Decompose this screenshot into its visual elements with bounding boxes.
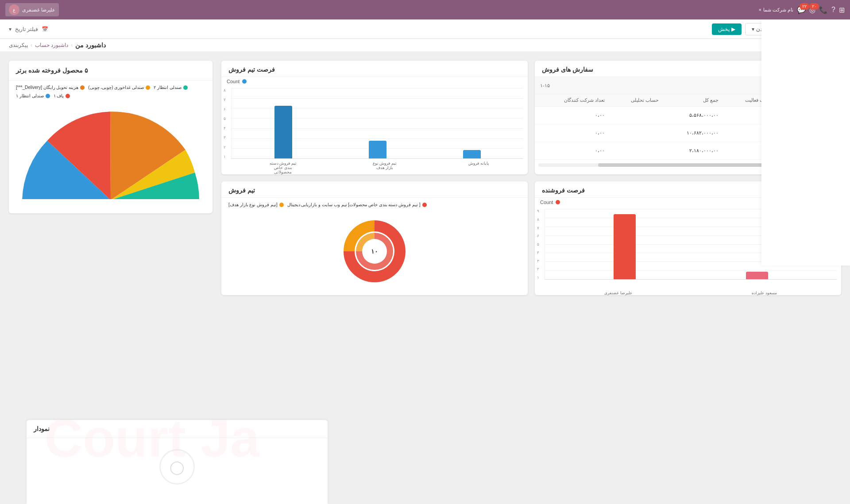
cell-account [608, 124, 662, 142]
breadcrumb-dashboard[interactable]: داشبورد حساب [35, 42, 68, 48]
cell-count: ۰،۰۰ [535, 142, 608, 160]
breadcrumb-separator2: › [31, 42, 32, 48]
phone-icon[interactable]: 📞 [819, 6, 828, 14]
sales-donut-widget: تیم فروش [ تیم فروش دسته بندی خاص محصولا… [221, 181, 528, 295]
sales-team-widget-header: فرصت تیم فروش [221, 61, 528, 77]
secondary-toolbar: ✏ ویرایش طرح بندی افزودن ▾ ▶ پخش 📅 فیلتر… [0, 19, 850, 39]
seller-x-label-2: علیرضا غضنفری [604, 291, 632, 295]
chart-legend: Count [221, 77, 528, 86]
legend-dot-1 [422, 203, 427, 207]
x-axis-labels: پایانه فروش تیم فروش نوع بازار هدف تیم ف… [231, 161, 523, 174]
x-label-2: تیم فروش نوع بازار هدف [369, 161, 400, 174]
bar-chart-area: ۸۷۶۵۴۳۲۱ [221, 86, 528, 174]
x-label-1: پایانه فروش [468, 161, 489, 174]
seller-legend-dot [556, 200, 560, 204]
company-name: نام شرکت شما [763, 7, 793, 13]
placeholder-icon: ◯ [159, 449, 195, 485]
legend-dot-product-4 [66, 94, 70, 98]
page-title: داشبورد من [75, 42, 106, 49]
seller-x-labels: مسعود علیزاده علیرضا غضنفری [545, 291, 837, 295]
products-legend: صندلی انتظار ۲ صندلی غذاخوری (چوبی، چوبی… [9, 81, 212, 103]
legend-label-product-2: صندلی غذاخوری (چوبی، چوبی) [88, 85, 144, 90]
legend-item-product-3: هزینه تحویل رایگان [Delivery_***] [16, 85, 85, 90]
main-content: سفارش های فروش ‹ › ۱-۱۵ آخرین ویرایش در … [0, 52, 850, 304]
activity-badge: ۲۰ [809, 3, 819, 10]
cell-count: ۰،۰۰ [535, 124, 608, 142]
bottom-left-panel: نمودار ◯ [27, 420, 328, 504]
legend-label-product-1: صندلی انتظار ۲ [154, 85, 182, 90]
legend-dot-2 [279, 203, 284, 207]
bar-2 [369, 141, 386, 158]
chevron-down-icon: ▾ [752, 26, 754, 32]
apps-grid-icon[interactable]: ⊞ [839, 6, 845, 14]
close-company-icon[interactable]: × [759, 7, 761, 12]
seller-legend-label: Count [540, 200, 553, 205]
breadcrumb-current: پیکربندی [9, 42, 28, 48]
breadcrumb: داشبورد من › داشبورد حساب › پیکربندی [0, 39, 850, 52]
cell-total: ۵،۵۶۸،۰۰۰،۰۰ [662, 107, 722, 124]
navbar: ⊞ ? 📞 ◎ ۲۰ 💬 ۲۲ نام شرکت شما × علیرضا غض… [0, 0, 850, 19]
cell-total: ۲،۱۸۰،۰۰۰،۰۰ [662, 142, 722, 160]
donut-chart: ۱۰ [339, 216, 410, 287]
sales-team-widget-title: فرصت تیم فروش [228, 66, 275, 73]
filter-area: 📅 فیلتر تاریخ ▾ [9, 26, 48, 32]
pie-chart-container [9, 103, 212, 213]
legend-dot-product-2 [146, 85, 150, 90]
bottom-panel-title: نمودار [34, 425, 50, 432]
legend-label-2: [تیم فروش نوع بازار هدف] [228, 202, 278, 207]
bar-group-3: ۶ [274, 88, 292, 158]
right-panel: ۵ محصول فروخته شده برتر صندلی انتظار ۲ ص… [9, 61, 212, 295]
user-menu[interactable]: علیرضا غضنفری ع [5, 3, 59, 16]
bars-container: ۱ ۲ ۶ [232, 88, 523, 158]
y-axis: ۸۷۶۵۴۳۲۱ [224, 88, 226, 159]
user-avatar: ع [9, 4, 19, 15]
broadcast-button[interactable]: ▶ پخش [712, 23, 742, 35]
top-products-widget: ۵ محصول فروخته شده برتر صندلی انتظار ۲ ص… [9, 61, 212, 213]
filter-dropdown-icon[interactable]: ▾ [9, 26, 12, 32]
bottom-panel-header: نمودار [27, 420, 328, 438]
legend-item-product-5: صندلی انتظار ۱ [16, 93, 50, 98]
chart-grid: ۱ ۲ ۶ [231, 88, 523, 159]
col-total: جمع کل [662, 94, 722, 107]
sales-team-widget: فرصت تیم فروش Count ۸۷۶۵۴۳۲۱ [221, 61, 528, 174]
breadcrumb-separator: › [71, 42, 73, 48]
cell-total: ۱۰،۶۸۲،۰۰۰،۰۰ [662, 124, 722, 142]
legend-item-product-2: صندلی غذاخوری (چوبی، چوبی) [88, 85, 150, 90]
legend-dot-count [242, 79, 247, 84]
legend-item-product-4: پاف ۱ [54, 93, 70, 98]
legend-dot-product-3 [80, 85, 85, 90]
page-info: ۱-۱۵ [540, 83, 550, 88]
bar-1 [463, 150, 481, 158]
products-title: ۵ محصول فروخته شده برتر [16, 67, 88, 74]
legend-label-product-4: پاف ۱ [54, 93, 64, 98]
seller-x-label-1: مسعود علیزاده [752, 291, 777, 295]
bar-3 [274, 106, 292, 158]
legend-item-1: [ تیم فروش دسته بندی خاص محصولات] تیم وب… [287, 202, 427, 207]
chat-badge: ۲۲ [800, 3, 809, 10]
cell-account [608, 142, 662, 160]
col-account: حساب تحلیلی [608, 94, 662, 107]
user-name: علیرضا غضنفری [22, 7, 55, 13]
seller-widget-title: فرصت فروشنده [542, 187, 585, 194]
legend-dot-product-1 [183, 85, 188, 90]
legend-label-product-5: صندلی انتظار ۱ [16, 93, 44, 98]
sales-donut-title: تیم فروش [228, 187, 255, 194]
bar-group-2: ۲ [369, 88, 386, 158]
x-label-3: تیم فروش دسته بندی خاص محصولاتی [265, 161, 301, 174]
legend-item-product-1: صندلی انتظار ۲ [154, 85, 188, 90]
col-count: تعداد شرکت کنندگان [535, 94, 608, 107]
donut-legend: [ تیم فروش دسته بندی خاص محصولات] تیم وب… [221, 198, 528, 212]
right-edge-panel [761, 0, 850, 265]
donut-center-text: ۱۰ [371, 248, 378, 255]
help-icon[interactable]: ? [831, 6, 835, 14]
broadcast-icon: ▶ [731, 26, 735, 32]
company-selector[interactable]: نام شرکت شما × [759, 7, 794, 13]
seller-y-axis: ۹۸۷۶۵۴۳۲۱ [537, 209, 539, 280]
legend-item-2: [تیم فروش نوع بازار هدف] [228, 202, 284, 207]
cell-account [608, 107, 662, 124]
legend-label-1: [ تیم فروش دسته بندی خاص محصولات] تیم وب… [287, 202, 421, 207]
legend-dot-product-5 [46, 94, 50, 98]
seller-bar-1 [746, 272, 768, 279]
legend-label-product-3: هزینه تحویل رایگان [Delivery_***] [16, 85, 78, 90]
seller-bar-group-2: ۹ [614, 209, 636, 279]
